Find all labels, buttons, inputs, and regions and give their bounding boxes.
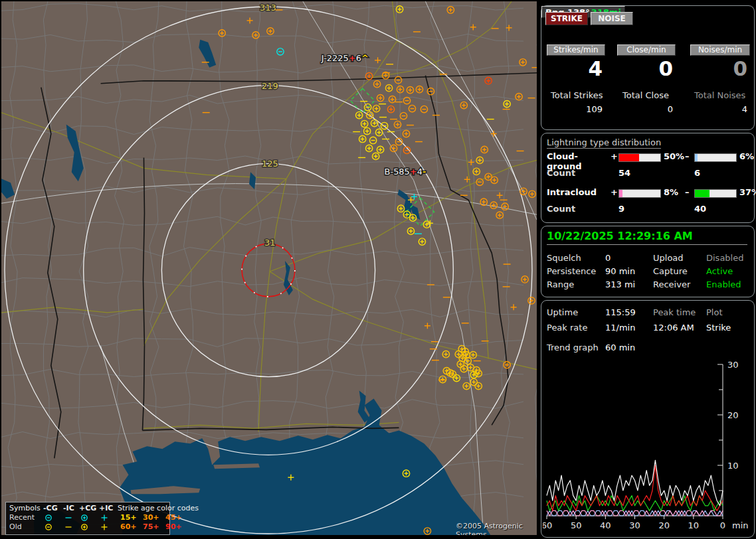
- trend-graph-label: Trend graph: [547, 343, 599, 352]
- y-tick-label: 10: [727, 461, 739, 471]
- distribution-panel: Lightning type distribution Cloud-ground…: [541, 133, 755, 223]
- cg-neg-bar: [694, 153, 737, 162]
- trend-series--cg-strikes: [547, 465, 723, 510]
- ic-neg-pct: 37%: [739, 187, 756, 197]
- cg-pos-bar: [618, 153, 661, 162]
- status-row: Persistence 90 min Capture Active: [541, 266, 747, 278]
- squelch-label: Squelch: [547, 253, 581, 263]
- x-tick-label: 50: [571, 520, 582, 530]
- persistence-label: Persistence: [547, 266, 596, 276]
- receiver-label: Receiver: [653, 279, 690, 289]
- x-tick-label: 60: [543, 520, 552, 530]
- ic-neg-bar: [694, 189, 737, 198]
- plot-header: Plot: [706, 307, 723, 317]
- ic-pos-bar: [618, 189, 661, 198]
- legend-recent-row: Recent15+30+45+: [6, 513, 169, 522]
- datetime-readout: 10/22/2025 12:29:16 AM: [547, 230, 747, 245]
- legend-symbols-label: Symbols: [9, 504, 41, 512]
- cm-symbol-icon: [45, 514, 52, 522]
- ring-label-219: 219: [262, 81, 278, 91]
- x-tick-label: 30: [629, 520, 640, 530]
- noises-per-min-value: 0: [690, 56, 747, 80]
- cg-pos-count: 54: [618, 168, 630, 178]
- plot-value: Strike: [706, 323, 731, 333]
- p-symbol-icon: [100, 523, 108, 531]
- age-code-60+: 60+: [120, 522, 137, 531]
- peak-rate-value: 11/min: [605, 323, 635, 333]
- cg-count-label: Count: [547, 168, 575, 178]
- trend-row: Trend graph 60 min: [541, 343, 747, 354]
- ic-neg-count: 40: [694, 204, 706, 214]
- x-axis-unit: min: [732, 520, 749, 530]
- peak-rate-label: Peak rate: [547, 323, 587, 333]
- rates-panel: STRIKE NOISE Bng 138° 318mi Strikes/min …: [541, 5, 755, 130]
- legend-header-row: Symbols -CG -IC +CG +IC Strike age color…: [6, 504, 169, 513]
- legend-row-label: Old: [9, 522, 22, 531]
- total-noises-label: Total Noises: [694, 90, 745, 100]
- status-row: Range 313 mi Receiver Enabled: [541, 279, 747, 291]
- ring-label-31: 31: [264, 238, 275, 248]
- age-code-75+: 75+: [143, 522, 159, 531]
- uptime-label: Uptime: [547, 307, 578, 317]
- cg-pos-sign: +: [611, 151, 618, 161]
- strikes-per-min-value: 4: [547, 56, 603, 80]
- p-symbol-icon: [100, 514, 108, 522]
- ic-pos-sign: +: [611, 187, 618, 197]
- total-close-label: Total Close: [622, 90, 669, 100]
- ic-neg-sign: –: [685, 187, 690, 197]
- y-tick-label: 30: [727, 360, 739, 370]
- total-strikes-label: Total Strikes: [551, 90, 603, 100]
- total-noises-value: 4: [690, 104, 747, 114]
- app-window: 31321912531J-2225+6^B-585+4- ©2005 Astro…: [0, 0, 756, 539]
- legend-row-label: Recent: [9, 513, 35, 522]
- intracloud-label: Intracloud: [547, 187, 611, 197]
- y-tick-label: 20: [727, 410, 739, 420]
- x-tick-label: 20: [658, 520, 670, 530]
- age-code-90+: 90+: [165, 522, 182, 531]
- m-symbol-icon: [64, 523, 72, 531]
- range-value: 313 mi: [605, 279, 635, 289]
- total-strikes-value: 109: [547, 104, 603, 114]
- strikes-per-min-header[interactable]: Strikes/min: [547, 44, 605, 56]
- cg-neg-pct: 6%: [739, 151, 754, 161]
- close-per-min-header[interactable]: Close/min: [617, 44, 676, 56]
- map-canvas[interactable]: 31321912531J-2225+6^B-585+4-: [1, 1, 537, 535]
- total-close-value: 0: [617, 104, 673, 114]
- trend-panel: Uptime 115:59 Peak time Plot Peak rate 1…: [541, 300, 755, 538]
- x-tick-label: 0: [720, 520, 725, 530]
- info-row: Uptime 115:59 Peak time Plot: [541, 307, 747, 319]
- x-tick-label: 10: [688, 520, 700, 530]
- age-code-15+: 15+: [120, 513, 137, 522]
- cg-neg-count: 6: [694, 168, 700, 178]
- legend-col-neg-cg: -CG: [43, 504, 58, 512]
- cp-symbol-icon: [80, 523, 88, 531]
- age-code-45+: 45+: [165, 513, 182, 522]
- legend-old-row: Old60+75+90+: [6, 522, 169, 532]
- uptime-value: 115:59: [605, 307, 636, 317]
- peak-time-header: Peak time: [653, 307, 696, 317]
- noises-per-min-header[interactable]: Noises/min: [690, 44, 750, 56]
- trend-series-total-strikes: [547, 460, 723, 505]
- noise-mode-button[interactable]: NOISE: [591, 12, 633, 25]
- ic-pos-pct: 8%: [664, 187, 678, 197]
- cell-label-B-585: B-585+4-: [385, 167, 426, 177]
- legend-age-title: Strike age color codes: [118, 504, 199, 512]
- legend-col-pos-ic: +IC: [99, 504, 113, 512]
- persistence-value: 90 min: [605, 266, 635, 276]
- distribution-title: Lightning type distribution: [547, 137, 661, 149]
- map-legend: Symbols -CG -IC +CG +IC Strike age color…: [5, 502, 170, 535]
- x-tick-label: 40: [600, 520, 611, 530]
- copyright-text: ©2005 Astrogenic Systems: [456, 522, 537, 535]
- trend-graph-value: 60 min: [605, 343, 635, 352]
- upload-status: Disabled: [706, 253, 743, 263]
- age-code-30+: 30+: [143, 513, 159, 522]
- cell-label-J-2225: J-2225+6^: [321, 53, 369, 63]
- legend-col-pos-cg: +CG: [79, 504, 96, 512]
- status-panel: 10/22/2025 12:29:16 AM Squelch 0 Upload …: [541, 226, 755, 297]
- lightning-map[interactable]: 31321912531J-2225+6^B-585+4- ©2005 Astro…: [1, 1, 537, 535]
- peak-time-value: 12:06 AM: [653, 323, 694, 333]
- strike-mode-button[interactable]: STRIKE: [545, 12, 588, 25]
- cm-symbol-icon: [45, 523, 52, 531]
- capture-status: Active: [706, 266, 733, 276]
- ic-count-label: Count: [547, 204, 575, 214]
